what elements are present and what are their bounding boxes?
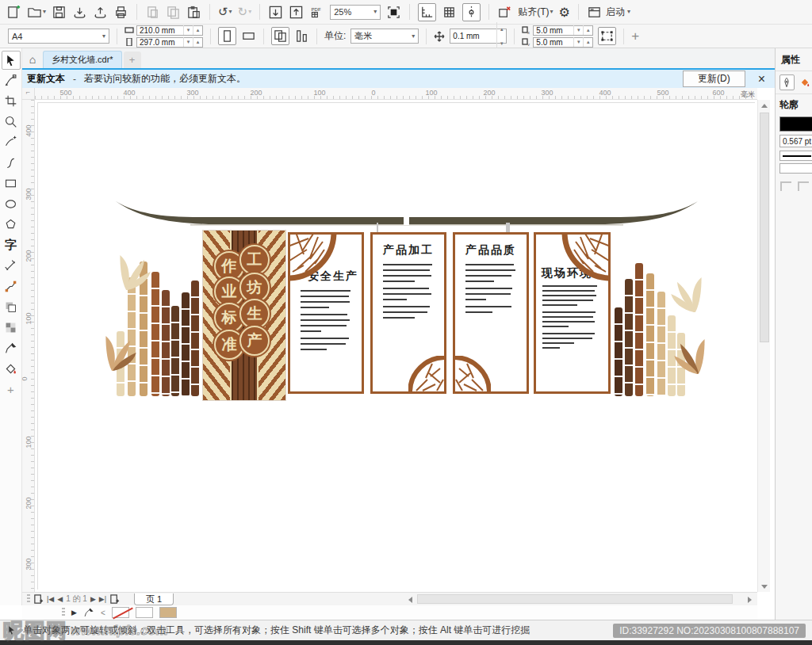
scroll-right-arrow[interactable] xyxy=(744,594,755,605)
ellipse-tool[interactable] xyxy=(2,193,21,214)
dimension-tool[interactable] xyxy=(2,255,21,276)
guidelines-toggle[interactable] xyxy=(462,3,481,21)
palette-scroll-left[interactable]: < xyxy=(101,609,105,617)
open-from-cloud-button[interactable] xyxy=(72,5,87,20)
page-width-field[interactable]: ▾▴ xyxy=(136,25,203,36)
grid-toggle[interactable] xyxy=(442,5,457,20)
fullscreen-preview-button[interactable] xyxy=(386,5,401,20)
palette-flyout-arrow[interactable]: ▶ xyxy=(71,609,77,616)
home-icon[interactable]: ⌂ xyxy=(22,53,43,68)
page-size-select[interactable]: A4▾ xyxy=(8,29,109,44)
new-document-button[interactable] xyxy=(6,5,21,20)
next-page-button[interactable]: ▶ xyxy=(90,595,96,603)
previous-page-button[interactable]: ◀ xyxy=(57,595,63,603)
open-button[interactable]: ▾ xyxy=(27,5,46,20)
current-page-layout-button[interactable] xyxy=(294,29,309,44)
interactive-fill-tool[interactable] xyxy=(2,358,21,379)
new-document-tab-button[interactable]: + xyxy=(124,52,141,68)
nudge-spin[interactable]: ▴▾ xyxy=(496,22,506,51)
last-page-button[interactable]: ▶| xyxy=(99,595,106,603)
snap-to-label: 贴齐(T) xyxy=(518,6,549,19)
swatch-tan[interactable] xyxy=(159,607,177,618)
width-spin-up[interactable]: ▴ xyxy=(193,25,202,35)
scroll-left-arrow[interactable] xyxy=(404,594,416,605)
horizontal-scrollbar[interactable] xyxy=(404,592,757,605)
add-page-button[interactable] xyxy=(33,594,44,605)
snap-off-button[interactable] xyxy=(497,5,512,20)
launch-dropdown[interactable]: 启动▾ xyxy=(587,5,630,20)
text-tool[interactable]: 字 xyxy=(2,235,21,255)
vertical-scroll-thumb[interactable] xyxy=(760,113,769,342)
crop-tool[interactable] xyxy=(2,90,21,111)
connector-tool[interactable] xyxy=(2,276,21,296)
dupx-spin-down[interactable]: ▾ xyxy=(573,25,583,35)
add-tool-plus-button[interactable]: + xyxy=(2,379,21,399)
palette-grip[interactable] xyxy=(62,608,65,617)
horizontal-scroll-thumb[interactable] xyxy=(417,594,733,604)
scroll-down-arrow[interactable] xyxy=(758,581,771,592)
ruler-origin-corner[interactable]: ⌐ xyxy=(22,88,35,100)
fill-tab-icon[interactable] xyxy=(798,74,812,90)
all-pages-layout-button[interactable] xyxy=(271,27,289,45)
dupy-spin-up[interactable]: ▴ xyxy=(583,37,592,47)
width-spin-down[interactable]: ▾ xyxy=(183,25,193,35)
portrait-button[interactable] xyxy=(218,27,236,45)
rulers-toggle[interactable] xyxy=(418,3,436,21)
palette-eyedropper-icon[interactable] xyxy=(83,607,94,618)
outline-color-swatch[interactable] xyxy=(779,116,812,132)
zoom-tool[interactable] xyxy=(2,111,21,132)
document-tab[interactable]: 乡村文化墙.cdr* xyxy=(43,51,122,68)
page-height-field[interactable]: ▾▴ xyxy=(136,37,203,48)
height-spin-down[interactable]: ▾ xyxy=(183,37,193,47)
page-tab[interactable]: 页 1 xyxy=(134,593,174,605)
shape-tool[interactable] xyxy=(2,70,21,90)
first-page-button[interactable]: |◀ xyxy=(47,595,54,603)
dupy-spin-down[interactable]: ▾ xyxy=(573,37,583,47)
drawing-canvas[interactable]: 作业标准工坊生产 安全生产 产品加工 产品品质 xyxy=(35,100,757,592)
treat-as-filled-toggle[interactable] xyxy=(598,27,616,45)
drag-grip[interactable] xyxy=(27,594,30,604)
update-button[interactable]: 更新(D) xyxy=(683,71,745,87)
duplicate-y-field[interactable]: ▾▴ xyxy=(533,37,593,48)
dupx-spin-up[interactable]: ▴ xyxy=(583,25,592,35)
add-page-button-2[interactable] xyxy=(109,594,120,605)
rectangle-tool[interactable] xyxy=(2,173,21,193)
pick-tool[interactable] xyxy=(2,51,21,70)
outline-style-select[interactable] xyxy=(779,151,812,161)
height-spin-up[interactable]: ▴ xyxy=(193,37,202,47)
customize-toolbar-plus-button[interactable]: + xyxy=(631,29,639,44)
import-button[interactable] xyxy=(268,5,283,20)
notification-close-icon[interactable]: × xyxy=(753,72,770,86)
transparency-tool[interactable] xyxy=(2,317,21,338)
polygon-tool[interactable] xyxy=(2,214,21,235)
drop-shadow-tool[interactable] xyxy=(2,296,21,317)
landscape-button[interactable] xyxy=(241,29,256,44)
undo-dropdown-caret[interactable]: ▾ xyxy=(229,9,232,15)
vertical-ruler[interactable]: 4003002001000100200300 xyxy=(22,100,35,592)
undo-button[interactable]: ↺▾ xyxy=(218,5,232,19)
vertical-scrollbar[interactable] xyxy=(757,100,770,592)
outline-width-field[interactable]: 0.567 pt xyxy=(779,135,812,147)
swatch-no-color[interactable] xyxy=(112,607,129,618)
artistic-media-tool[interactable] xyxy=(2,152,21,173)
options-button[interactable]: ⚙ xyxy=(559,5,570,20)
outline-tab-icon[interactable] xyxy=(779,74,795,90)
freehand-tool[interactable] xyxy=(2,132,21,152)
color-eyedropper-tool[interactable] xyxy=(2,338,21,358)
snap-to-dropdown[interactable]: 贴齐(T)▾ xyxy=(518,6,553,19)
zoom-level-select[interactable]: 25%▾ xyxy=(330,5,381,20)
nudge-offset-field[interactable]: ▴▾ xyxy=(450,29,507,44)
print-button[interactable] xyxy=(113,5,128,20)
save-to-cloud-button[interactable] xyxy=(93,5,108,20)
publish-to-pdf-button[interactable]: PDF xyxy=(309,5,324,20)
swatch-white[interactable] xyxy=(136,607,153,618)
open-dropdown-caret[interactable]: ▾ xyxy=(43,9,46,15)
paste-button[interactable] xyxy=(186,5,201,20)
horizontal-ruler[interactable]: 毫米5004003002001000100200300400500600 xyxy=(35,88,757,100)
units-select[interactable]: 毫米▾ xyxy=(350,29,419,44)
outline-arrowhead-select[interactable] xyxy=(779,163,812,174)
scroll-up-arrow[interactable] xyxy=(758,100,771,111)
save-button[interactable] xyxy=(52,5,67,20)
export-button[interactable] xyxy=(289,5,304,20)
duplicate-x-field[interactable]: ▾▴ xyxy=(533,25,593,36)
